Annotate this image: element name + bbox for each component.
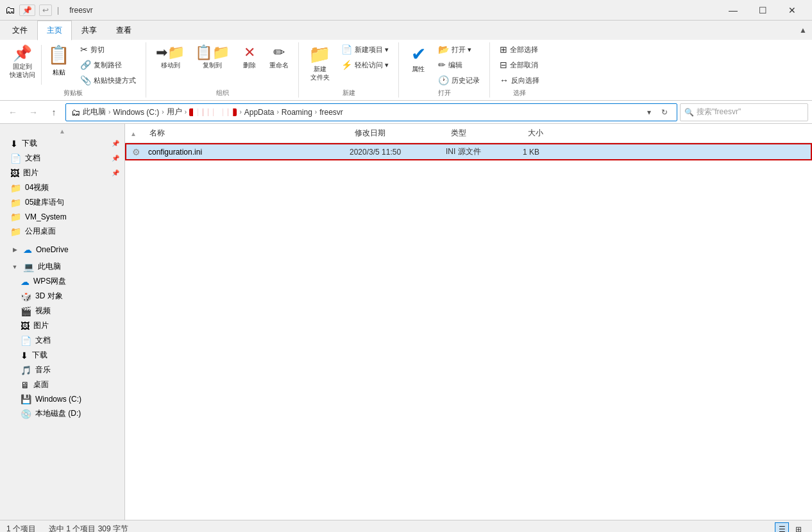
column-size[interactable]: 大小 (523, 126, 574, 140)
pin-label: 固定到快速访问 (10, 62, 35, 79)
column-name[interactable]: 名称 (144, 126, 350, 140)
rename-button[interactable]: ✏ 重命名 (265, 42, 293, 73)
clipboard-content: 📌 固定到快速访问 📋 粘贴 ✂ 剪切 🔗 复制路径 (5, 42, 140, 87)
ribbon-tabs: 文件 主页 共享 查看 ▲ (0, 21, 812, 40)
delete-button[interactable]: ✕ 删除 (235, 42, 264, 73)
minimize-button[interactable]: — (718, 0, 748, 21)
sidebar-item-desktop[interactable]: 🖥 桌面 (0, 377, 124, 392)
document-icon: 📄 (10, 153, 21, 164)
address-segment-freesvr[interactable]: freesvr (319, 108, 343, 117)
address-segment-roaming[interactable]: Roaming (282, 108, 312, 117)
refresh-button[interactable]: ↻ (657, 105, 672, 119)
history-button[interactable]: 🕐 历史记录 (434, 73, 484, 87)
downloads-label: 下载 (22, 138, 37, 149)
sidebar-item-3d[interactable]: 🎲 3D 对象 (0, 289, 124, 304)
new-item-label: 新建项目 ▾ (355, 45, 389, 55)
sidebar-item-c-drive[interactable]: 💾 Windows (C:) (0, 392, 124, 406)
properties-icon: ✔ (411, 46, 426, 64)
cut-button[interactable]: ✂ 剪切 (76, 42, 140, 56)
move-icon: ➡📁 (156, 46, 185, 60)
folder-icon-3: 📁 (10, 212, 21, 222)
local-d-label: 本地磁盘 (D:) (35, 408, 81, 419)
ribbon-group-organize: ➡📁 移动到 📋📁 复制到 ✕ 删除 ✏ 重命名 组织 (146, 42, 299, 98)
address-segment-users[interactable]: 用户 (167, 107, 182, 117)
copy-path-button[interactable]: 🔗 复制路径 (76, 58, 140, 72)
sidebar-item-vmsystem[interactable]: 📁 VM_System (0, 210, 124, 224)
open-button[interactable]: 📂 打开 ▾ (434, 42, 484, 56)
copy-to-button[interactable]: 📋📁 复制到 (190, 42, 234, 73)
ribbon-group-clipboard: 📌 固定到快速访问 📋 粘贴 ✂ 剪切 🔗 复制路径 (0, 42, 146, 98)
docs-label: 文档 (35, 335, 51, 346)
drive-icon: 💾 (21, 394, 31, 404)
sidebar-item-local-d[interactable]: 💿 本地磁盘 (D:) (0, 406, 124, 421)
sidebar-item-pictures[interactable]: 🖼 图片 📌 (0, 166, 124, 180)
pin-to-quick-access-button[interactable]: 📌 固定到快速访问 (5, 42, 40, 82)
address-segment-c[interactable]: Windows (C:) (113, 108, 159, 117)
undo-icon[interactable]: ↩ (39, 4, 52, 16)
arrow-3: › (185, 108, 187, 116)
sidebar-item-onedrive[interactable]: ▶ ☁ OneDrive (0, 243, 124, 257)
sidebar-item-video[interactable]: 🎬 视频 (0, 304, 124, 318)
large-icons-view-button[interactable]: ⊞ (791, 522, 806, 533)
tab-share[interactable]: 共享 (72, 21, 106, 40)
paste-shortcut-button[interactable]: 📎 粘贴快捷方式 (76, 73, 140, 87)
sidebar-item-images[interactable]: 🖼 图片 (0, 318, 124, 333)
sidebar-item-downloads[interactable]: ⬇ 下载 📌 (0, 136, 124, 151)
address-bar[interactable]: 🗂 此电脑 › Windows (C:) › 用户 › ████████ › A… (65, 103, 677, 121)
up-button[interactable]: ↑ (45, 103, 63, 121)
maximize-button[interactable]: ☐ (748, 0, 777, 21)
tab-view[interactable]: 查看 (106, 21, 141, 40)
close-button[interactable]: ✕ (777, 0, 807, 21)
select-small-btns: ⊞ 全部选择 ⊟ 全部取消 ↔ 反向选择 (495, 42, 544, 87)
pin-indicator: 📌 (112, 140, 119, 147)
sidebar-item-wps[interactable]: ☁ WPS网盘 (0, 274, 124, 289)
rename-icon: ✏ (273, 46, 285, 60)
column-date[interactable]: 修改日期 (350, 126, 446, 140)
sidebar-item-music[interactable]: 🎵 音乐 (0, 363, 124, 377)
select-all-button[interactable]: ⊞ 全部选择 (495, 42, 544, 56)
select-label: 选择 (513, 87, 526, 98)
ribbon-group-new: 📁 新建文件夹 📄 新建项目 ▾ ⚡ 轻松访问 ▾ 新建 (299, 42, 399, 98)
address-segment-pc[interactable]: 此电脑 (83, 107, 106, 117)
open-label: 打开 (438, 87, 451, 98)
scroll-up[interactable]: ▲ (0, 126, 124, 136)
sidebar-item-04video[interactable]: 📁 04视频 (0, 180, 124, 195)
chevron-up-icon[interactable]: ▲ (799, 26, 807, 35)
status-bar: 1 个项目 选中 1 个项目 309 字节 ☰ ⊞ (0, 520, 812, 532)
tab-home[interactable]: 主页 (37, 21, 72, 40)
details-view-button[interactable]: ☰ (775, 522, 789, 533)
easy-access-button[interactable]: ⚡ 轻松访问 ▾ (337, 58, 393, 72)
paste-button[interactable]: 📋 (43, 42, 74, 67)
new-folder-button[interactable]: 📁 新建文件夹 (304, 42, 335, 85)
move-to-button[interactable]: ➡📁 移动到 (151, 42, 189, 73)
address-segment-appdata[interactable]: AppData (244, 108, 275, 117)
tab-file[interactable]: 文件 (3, 21, 37, 40)
search-bar[interactable]: 🔍 搜索"freesvr" (680, 103, 808, 121)
properties-button[interactable]: ✔ 属性 (404, 42, 432, 77)
sidebar-item-publicdesktop[interactable]: 📁 公用桌面 (0, 224, 124, 239)
title-controls: — ☐ ✕ (718, 0, 807, 21)
new-item-button[interactable]: 📄 新建项目 ▾ (337, 42, 393, 56)
column-type[interactable]: 类型 (446, 126, 523, 140)
file-row[interactable]: ⚙ configuration.ini 2020/3/5 11:50 INI 源… (125, 143, 812, 160)
pin-indicator-2: 📌 (112, 155, 119, 162)
forward-button[interactable]: → (24, 103, 42, 121)
edit-button[interactable]: ✏ 编辑 (434, 58, 484, 72)
sidebar-item-docs[interactable]: 📄 文档 (0, 333, 124, 348)
sidebar-item-documents[interactable]: 📄 文档 📌 (0, 151, 124, 166)
sidebar-item-dl[interactable]: ⬇ 下载 (0, 348, 124, 363)
file-area: ▲ 名称 修改日期 类型 大小 ⚙ configuration.ini 2020… (125, 124, 812, 520)
rename-label: 重命名 (269, 61, 289, 70)
ribbon-collapse[interactable]: ▲ (799, 21, 812, 40)
quick-access-icon[interactable]: 📌 (19, 4, 35, 16)
sidebar-item-thispc[interactable]: ▼ 💻 此电脑 (0, 259, 124, 274)
deselect-all-button[interactable]: ⊟ 全部取消 (495, 58, 544, 72)
address-dropdown[interactable]: ▾ (642, 105, 656, 119)
pictures-label: 图片 (23, 167, 38, 178)
invert-selection-button[interactable]: ↔ 反向选择 (495, 73, 544, 87)
title-bar-icons: 🗂 📌 ↩ | freesvr (5, 4, 93, 16)
folder-icon-1: 📁 (10, 183, 21, 193)
back-button[interactable]: ← (4, 103, 22, 121)
sidebar-item-05library[interactable]: 📁 05建库语句 (0, 195, 124, 210)
invert-label: 反向选择 (511, 76, 539, 85)
